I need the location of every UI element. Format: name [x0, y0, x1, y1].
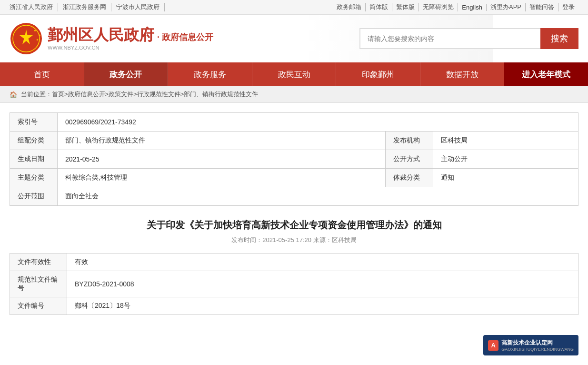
- logo-text: 鄞州区人民政府 · 政府信息公开 WWW.NBYZ.GOV.CN: [48, 27, 213, 50]
- nav-item-zhengwufuwu[interactable]: 政务服务: [168, 62, 252, 86]
- link-traditional[interactable]: 繁体版: [392, 3, 419, 11]
- nav-item-shujukaifang[interactable]: 数据开放: [420, 62, 505, 86]
- link-accessibility[interactable]: 无障碍浏览: [419, 3, 458, 11]
- label-zhuti: 主题分类: [10, 169, 58, 187]
- value-wenjian-bianhao: 鄞科〔2021〕18号: [67, 297, 578, 315]
- link-login[interactable]: 登录: [558, 3, 578, 11]
- header: 鄞州区人民政府 · 政府信息公开 WWW.NBYZ.GOV.CN 搜索: [0, 15, 588, 62]
- table-row: 主题分类 科教综合类,科技管理 体裁分类 通知: [10, 169, 578, 187]
- table-row: 公开范围 面向全社会: [10, 187, 578, 206]
- label-zupei: 组配分类: [10, 132, 58, 150]
- value-zhuti: 科教综合类,科技管理: [58, 169, 386, 187]
- logo-area: 鄞州区人民政府 · 政府信息公开 WWW.NBYZ.GOV.CN: [10, 22, 213, 55]
- top-bar: 浙江省人民政府 浙江政务服务网 宁波市人民政府 政务邮箱 简体版 繁体版 无障碍…: [0, 0, 588, 15]
- value-shengcheng: 2021-05-25: [58, 150, 386, 169]
- link-zhejiang-service[interactable]: 浙江政务服务网: [58, 3, 111, 11]
- label-wenjian-bianhao: 文件编号: [10, 297, 67, 315]
- home-icon[interactable]: 🏠: [10, 91, 17, 98]
- nav-item-zhengwugongkai[interactable]: 政务公开: [84, 62, 169, 86]
- nav-item-yinxiang[interactable]: 印象鄞州: [336, 62, 420, 86]
- label-guifan-bianhao: 规范性文件编号: [10, 271, 67, 297]
- link-zheliapp[interactable]: 浙里办APP: [487, 3, 526, 11]
- main-nav: 首页 政务公开 政务服务 政民互动 印象鄞州 数据开放 进入老年模式: [0, 62, 588, 86]
- table-row: 文件编号 鄞科〔2021〕18号: [10, 297, 578, 315]
- nav-item-home[interactable]: 首页: [0, 62, 84, 86]
- link-ai-question[interactable]: 智能问答: [526, 3, 558, 11]
- label-gongkai-fanwei: 公开范围: [10, 187, 58, 206]
- logo-url: WWW.NBYZ.GOV.CN: [48, 45, 213, 51]
- nav-item-elderly-mode[interactable]: 进入老年模式: [504, 62, 588, 86]
- table-row: 生成日期 2021-05-25 公开方式 主动公开: [10, 150, 578, 169]
- info-table: 索引号 002969069/2021-73492 组配分类 部门、镇街行政规范性…: [10, 112, 578, 206]
- logo-emblem: [10, 22, 43, 55]
- top-bar-right: 政务邮箱 简体版 繁体版 无障碍浏览 English 浙里办APP 智能问答 登…: [333, 3, 578, 11]
- value-fabu: 区科技局: [433, 132, 578, 150]
- breadcrumb-text: 当前位置：首页>政府信息公开>政策文件>行政规范性文件>部门、镇街行政规范性文件: [21, 90, 258, 99]
- logo-subtitle: · 政府信息公开: [157, 31, 213, 43]
- label-gongkai-fangshi: 公开方式: [385, 150, 433, 169]
- link-zhejiang-gov[interactable]: 浙江省人民政府: [10, 3, 58, 11]
- link-simplified[interactable]: 简体版: [366, 3, 392, 11]
- label-ticai: 体裁分类: [385, 169, 433, 187]
- table-row: 文件有效性 有效: [10, 253, 578, 271]
- value-wenjian-youxiaoxing: 有效: [67, 253, 578, 271]
- label-wenjian-youxiaoxing: 文件有效性: [10, 253, 67, 271]
- value-guifan-bianhao: BYZD05-2021-0008: [67, 271, 578, 297]
- label-suoyinhao: 索引号: [10, 113, 58, 132]
- label-shengcheng: 生成日期: [10, 150, 58, 169]
- main-content: 索引号 002969069/2021-73492 组配分类 部门、镇街行政规范性…: [0, 103, 588, 324]
- logo-title: 鄞州区人民政府: [48, 27, 154, 43]
- value-zupei: 部门、镇街行政规范性文件: [58, 132, 386, 150]
- link-gov-mail[interactable]: 政务邮箱: [333, 3, 366, 11]
- link-ningbo-gov[interactable]: 宁波市人民政府: [111, 3, 165, 11]
- table-row: 组配分类 部门、镇街行政规范性文件 发布机构 区科技局: [10, 132, 578, 150]
- search-area: 搜索: [359, 28, 578, 49]
- label-fabu: 发布机构: [385, 132, 433, 150]
- value-gongkai-fangshi: 主动公开: [433, 150, 578, 169]
- article-meta: 发布时间：2021-05-25 17:20 来源：区科技局: [10, 236, 578, 244]
- nav-item-zhengminhudong[interactable]: 政民互动: [252, 62, 337, 86]
- link-english[interactable]: English: [458, 4, 487, 11]
- search-input[interactable]: [359, 28, 540, 49]
- top-bar-left: 浙江省人民政府 浙江政务服务网 宁波市人民政府: [10, 3, 165, 11]
- article-title: 关于印发《关于加快培育高新技术企业专项资金使用管理办法》的通知: [10, 218, 578, 232]
- table-row: 索引号 002969069/2021-73492: [10, 113, 578, 132]
- breadcrumb-bar: 🏠 当前位置：首页>政府信息公开>政策文件>行政规范性文件>部门、镇街行政规范性…: [0, 86, 588, 103]
- value-ticai: 通知: [433, 169, 578, 187]
- value-gongkai-fanwei: 面向全社会: [58, 187, 578, 206]
- value-suoyinhao: 002969069/2021-73492: [58, 113, 578, 132]
- doc-table: 文件有效性 有效 规范性文件编号 BYZD05-2021-0008 文件编号 鄞…: [10, 253, 578, 315]
- search-button[interactable]: 搜索: [540, 28, 578, 49]
- table-row: 规范性文件编号 BYZD05-2021-0008: [10, 271, 578, 297]
